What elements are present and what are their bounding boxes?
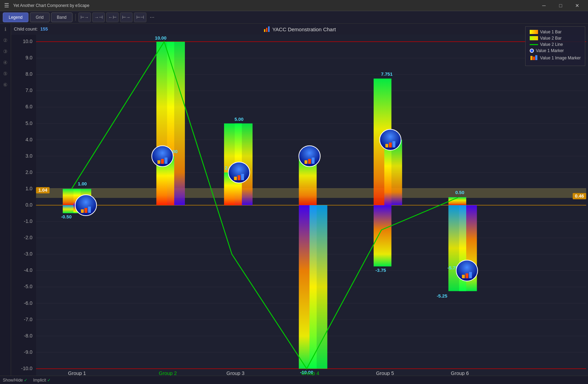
toolbar-sep-1 (75, 14, 76, 21)
svg-text:-3.75: -3.75 (375, 268, 386, 273)
sidebar-icon-2[interactable]: ② (3, 37, 8, 43)
child-count: Child count: 155 (14, 26, 48, 32)
toolbar-more-btn[interactable]: ··· (148, 14, 156, 20)
svg-text:1.0: 1.0 (26, 186, 33, 191)
svg-rect-79 (234, 177, 237, 180)
svg-rect-88 (305, 160, 307, 164)
svg-rect-109 (466, 273, 468, 278)
sidebar-icon-3[interactable]: ③ (3, 49, 8, 54)
svg-rect-61 (81, 209, 84, 213)
close-button[interactable]: ✕ (569, 0, 585, 11)
svg-rect-83 (309, 205, 327, 369)
svg-text:6.0: 6.0 (26, 104, 33, 110)
svg-text:-2.0: -2.0 (24, 235, 33, 240)
svg-text:-10.0: -10.0 (21, 366, 33, 371)
svg-rect-101 (449, 197, 466, 205)
legend-dot-4 (530, 49, 534, 53)
svg-text:-3.0: -3.0 (24, 251, 33, 257)
tab-band[interactable]: Band (51, 12, 73, 22)
svg-text:0.0: 0.0 (26, 202, 33, 208)
statusbar: Show/Hide ✓ Implicit ✓ (0, 376, 588, 384)
toolbar-icon-5[interactable]: ⊢⊣ (134, 12, 146, 22)
svg-text:7.0: 7.0 (26, 87, 33, 93)
svg-text:Group 5: Group 5 (376, 370, 394, 376)
titlebar: ☰ Yet Another Chart Component by eScape … (0, 0, 588, 11)
legend-line-3 (530, 44, 538, 45)
show-hide-check: ✓ (24, 378, 27, 383)
svg-text:0.46: 0.46 (575, 193, 584, 199)
svg-rect-70 (157, 160, 160, 164)
tab-grid[interactable]: Grid (30, 12, 50, 22)
svg-rect-89 (308, 159, 311, 164)
legend-image-5 (530, 55, 538, 61)
svg-rect-5 (535, 55, 537, 60)
svg-rect-72 (164, 158, 167, 164)
show-hide-label: Show/Hide ✓ (3, 378, 27, 383)
svg-rect-1 (266, 28, 267, 32)
legend-color-2 (530, 36, 538, 40)
svg-rect-0 (264, 29, 265, 32)
svg-text:Group 3: Group 3 (227, 370, 245, 376)
svg-rect-90 (312, 158, 314, 164)
svg-rect-4 (533, 57, 535, 60)
svg-text:5.00: 5.00 (235, 117, 244, 122)
legend-item-4: Value 1 Marker (530, 48, 581, 53)
svg-text:1.00: 1.00 (78, 181, 87, 186)
svg-rect-108 (462, 275, 465, 278)
sidebar-icon-5[interactable]: ⑤ (3, 71, 8, 76)
svg-text:-0.50: -0.50 (61, 214, 71, 219)
left-sidebar: ℹ ② ③ ④ ⑤ ⑥ (0, 24, 11, 376)
svg-text:10.00: 10.00 (155, 35, 166, 41)
window-controls: ─ □ ✕ (536, 0, 585, 11)
window-title: Yet Another Chart Component by eScape (13, 3, 90, 8)
svg-rect-110 (469, 272, 472, 278)
svg-text:5.0: 5.0 (26, 120, 33, 126)
svg-text:-1.0: -1.0 (24, 218, 33, 224)
chart-area[interactable]: 10.0 9.0 8.0 7.0 6.0 5.0 4.0 3.0 2.0 1.0… (11, 35, 588, 376)
legend-item-3: Value 2 Line (530, 42, 581, 47)
toolbar-icon-3[interactable]: ←⊢ (106, 12, 119, 22)
svg-rect-81 (241, 174, 244, 180)
svg-text:Group 4: Group 4 (301, 370, 319, 376)
svg-text:-9.0: -9.0 (24, 349, 33, 355)
minimize-button[interactable]: ─ (536, 0, 552, 11)
svg-text:2.0: 2.0 (26, 169, 33, 175)
svg-rect-62 (84, 208, 87, 213)
svg-text:-6.0: -6.0 (24, 300, 33, 306)
svg-text:-5.0: -5.0 (24, 284, 33, 290)
legend-color-1 (530, 30, 538, 34)
maximize-button[interactable]: □ (553, 0, 569, 11)
svg-rect-98 (385, 144, 388, 148)
svg-text:Group 2: Group 2 (159, 370, 177, 376)
svg-rect-99 (389, 143, 392, 148)
hamburger-menu[interactable]: ☰ (3, 1, 10, 10)
chart-title: YACC Demonstration Chart (263, 26, 336, 33)
chart-svg: 10.0 9.0 8.0 7.0 6.0 5.0 4.0 3.0 2.0 1.0… (11, 35, 588, 376)
sidebar-icon-1[interactable]: ℹ (5, 26, 6, 32)
svg-text:-4.0: -4.0 (24, 268, 33, 273)
chart-title-icon (263, 26, 270, 33)
svg-rect-71 (161, 159, 164, 164)
chart-legend: Value 1 Bar Value 2 Bar Value 2 Line Val… (525, 26, 585, 66)
legend-item-5: Value 1 Image Marker (530, 55, 581, 61)
svg-text:-5.25: -5.25 (437, 293, 447, 299)
toolbar-icon-2[interactable]: →⊣ (92, 12, 105, 22)
tab-legend[interactable]: Legend (3, 12, 28, 22)
svg-rect-80 (238, 175, 240, 180)
svg-rect-93 (374, 205, 391, 266)
svg-text:8.0: 8.0 (26, 71, 33, 77)
svg-text:1.04: 1.04 (38, 187, 48, 193)
toolbar-icon-1[interactable]: ⊢→ (78, 12, 91, 22)
legend-item-1: Value 1 Bar (530, 30, 581, 34)
svg-text:Group 6: Group 6 (451, 370, 469, 376)
svg-text:9.0: 9.0 (26, 55, 33, 60)
svg-text:Group 1: Group 1 (68, 370, 86, 376)
legend-item-2: Value 2 Bar (530, 36, 581, 41)
implicit-label: Implicit ✓ (33, 378, 51, 383)
toolbar: Legend Grid Band ⊢→ →⊣ ←⊢ ⊢→ ⊢⊣ ··· (0, 11, 588, 24)
toolbar-icon-4[interactable]: ⊢→ (120, 12, 133, 22)
sidebar-icon-4[interactable]: ④ (3, 60, 8, 65)
sidebar-icon-6[interactable]: ⑥ (3, 82, 8, 87)
svg-text:3.0: 3.0 (26, 153, 33, 159)
chart-container: Child count: 155 YACC Demonstration Char… (11, 24, 588, 376)
